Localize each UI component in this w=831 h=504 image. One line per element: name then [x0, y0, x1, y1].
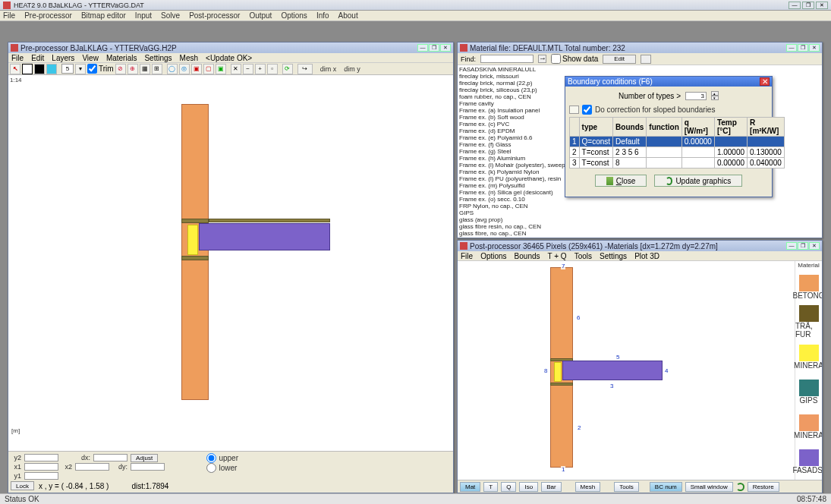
post-menu-file[interactable]: File [461, 252, 473, 260]
lock-button[interactable]: Lock [11, 481, 34, 490]
bc-table[interactable]: type Bounds function q [W/m²] Temp [°C] … [569, 117, 785, 169]
bc-update-button[interactable]: Update graphics [654, 175, 742, 187]
dx-input[interactable] [93, 454, 127, 461]
pre-minimize[interactable]: — [417, 44, 428, 52]
pre-menu-update[interactable]: <Update OK> [206, 54, 252, 62]
shape-olive-bot[interactable] [181, 256, 209, 260]
circle-icon[interactable]: ◯ [167, 64, 178, 74]
correction-checkbox[interactable] [582, 105, 592, 115]
pre-menu-edit[interactable]: Edit [31, 54, 44, 62]
bc-close-button[interactable]: Close [595, 175, 647, 187]
bc-titlebar[interactable]: Boundary conditions (F6) ✕ [565, 77, 772, 87]
correction-icon[interactable] [569, 106, 579, 114]
y2-input[interactable] [24, 454, 58, 461]
adjust-button[interactable]: Adjust [131, 454, 158, 462]
minimize-button[interactable]: — [789, 2, 801, 9]
pre-menu-materials[interactable]: Materials [106, 54, 137, 62]
pre-menu-mesh[interactable]: Mesh [180, 54, 198, 62]
minus-icon[interactable]: − [243, 64, 253, 74]
material-list-item[interactable]: glass (avg prop) [459, 216, 820, 223]
menu-postprocessor[interactable]: Post-processor [189, 11, 240, 20]
post-menu-settings[interactable]: Settings [600, 252, 627, 260]
menu-preprocessor[interactable]: Pre-processor [24, 11, 72, 20]
q-button[interactable]: Q [501, 482, 516, 492]
select-tool-icon[interactable]: ↖ [10, 64, 20, 74]
num-types-input[interactable] [685, 92, 707, 100]
rect-tool-icon[interactable] [22, 64, 33, 74]
flag3-icon[interactable]: ▣ [216, 64, 226, 74]
grid-icon[interactable]: ▦ [140, 64, 150, 74]
menu-solve[interactable]: Solve [161, 11, 180, 20]
post-menu-tq[interactable]: T + Q [548, 252, 567, 260]
material-list-item[interactable]: GIPS [459, 209, 820, 216]
post-close[interactable]: ✕ [809, 242, 820, 250]
target-icon[interactable]: ◎ [179, 64, 190, 74]
x2-input[interactable] [75, 463, 109, 471]
tools-button[interactable]: Tools [614, 482, 639, 492]
preprocessor-titlebar[interactable]: Pre-processor BJaLKLAG - YTTERVaGG.H2P —… [8, 43, 453, 53]
tool-b-icon[interactable]: ⊕ [127, 64, 138, 74]
menu-input[interactable]: Input [135, 11, 152, 20]
post-menu-bounds[interactable]: Bounds [515, 252, 540, 260]
mesh-button[interactable]: Mesh [575, 482, 601, 492]
pre-menu-view[interactable]: View [82, 54, 99, 62]
find-input[interactable] [480, 55, 534, 63]
smallwin-button[interactable]: Small window [685, 482, 733, 492]
bc-row-1[interactable]: 1 Q=const Default 0.00000 [570, 137, 785, 147]
shape-yellow[interactable] [187, 225, 198, 255]
plus-icon[interactable]: + [255, 64, 266, 74]
close-x-icon[interactable]: ✕ [231, 64, 241, 74]
trim-checkbox[interactable]: Trim [87, 64, 114, 74]
redo-icon[interactable]: ↪ [297, 64, 313, 74]
pre-close[interactable]: ✕ [440, 44, 451, 52]
postprocessor-canvas[interactable]: 7 6 5 4 3 2 1 8 Material BETONGTRÄ, FURM… [458, 261, 822, 480]
shape-olive-beam-top[interactable] [209, 219, 330, 222]
edit-material-button[interactable]: Edit [603, 55, 636, 64]
x1-input[interactable] [24, 463, 58, 471]
post-refresh-icon[interactable] [736, 483, 744, 491]
menu-file[interactable]: File [3, 11, 15, 20]
dy-input[interactable] [131, 463, 165, 471]
pre-menu-settings[interactable]: Settings [144, 54, 172, 62]
iso-button[interactable]: Iso [519, 482, 538, 492]
flag2-icon[interactable]: ▢ [203, 64, 214, 74]
find-next-icon[interactable]: → [538, 55, 546, 63]
pre-menu-layers[interactable]: Layers [52, 54, 74, 62]
upper-radio[interactable]: upper [206, 453, 238, 463]
bar-button[interactable]: Bar [541, 482, 561, 492]
paint-tool-icon[interactable] [46, 64, 57, 74]
bc-row-2[interactable]: 2 T=const 2 3 5 6 1.00000 0.130000 [570, 147, 785, 158]
tool-a-icon[interactable]: ⊘ [115, 64, 126, 74]
menu-bitmap-editor[interactable]: Bitmap editor [81, 11, 126, 20]
spin-down-icon[interactable]: ▾ [711, 96, 719, 100]
material-extra-button[interactable] [641, 55, 651, 64]
mat-close[interactable]: ✕ [809, 44, 820, 52]
shape-purple-beam[interactable] [199, 223, 330, 250]
material-titlebar[interactable]: Material file: DEFAULT.MTL Total number:… [458, 43, 822, 53]
menu-output[interactable]: Output [249, 11, 272, 20]
post-menu-plot3d[interactable]: Plot 3D [634, 252, 659, 260]
mat-minimize[interactable]: — [786, 44, 797, 52]
bc-close-icon[interactable]: ✕ [760, 77, 770, 86]
y1-input[interactable] [24, 472, 58, 480]
show-data-checkbox[interactable]: Show data [551, 54, 598, 64]
preprocessor-canvas[interactable]: 1:14 [m] [8, 75, 453, 451]
flag1-icon[interactable]: ▣ [191, 64, 202, 74]
pre-menu-file[interactable]: File [11, 54, 24, 62]
dot-icon[interactable]: ▫ [267, 64, 278, 74]
bc-row-3[interactable]: 3 T=const 8 0.00000 0.040000 [570, 158, 785, 169]
mat-button[interactable]: Mat [460, 482, 480, 492]
post-menu-tools[interactable]: Tools [574, 252, 592, 260]
mat-maximize[interactable]: ❐ [798, 44, 808, 52]
post-maximize[interactable]: ❐ [798, 242, 808, 250]
material-list-item[interactable]: glass fibre, no cap., CEN [459, 230, 820, 237]
pre-maximize[interactable]: ❐ [429, 44, 439, 52]
material-list-item[interactable]: FASADSKIVA MINERALULL [459, 66, 820, 73]
menu-info[interactable]: Info [316, 11, 329, 20]
postprocessor-titlebar[interactable]: Post-processor 36465 Pixels (259x461) -M… [458, 241, 822, 251]
material-list-item[interactable]: glass fibre resin, no cap., CEN [459, 223, 820, 230]
restore-button[interactable]: Restore [748, 482, 779, 492]
lower-radio[interactable]: lower [206, 463, 238, 473]
layer-number-input[interactable] [61, 64, 74, 74]
material-list-item[interactable]: FRP Nylon, no cap., CEN [459, 203, 820, 209]
